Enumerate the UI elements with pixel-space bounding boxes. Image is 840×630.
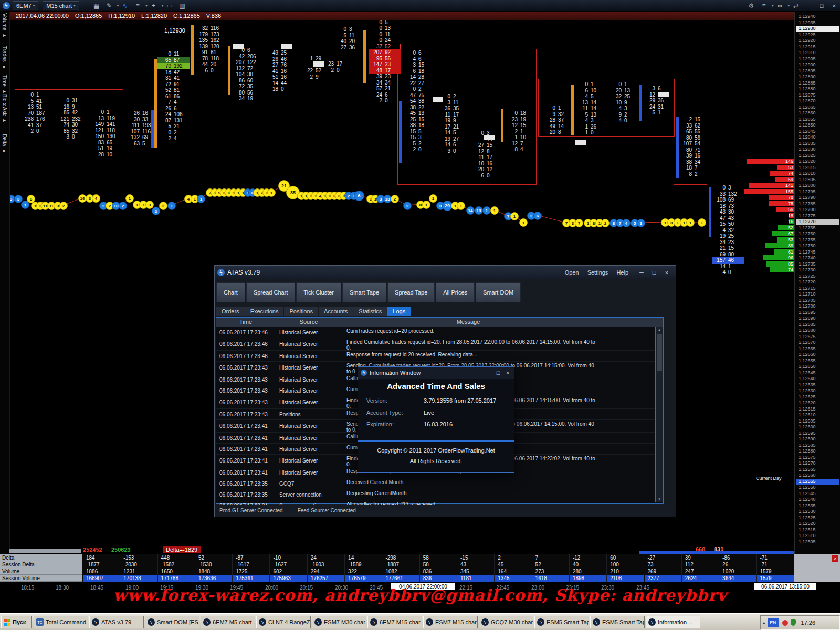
- subtab-positions[interactable]: Positions: [284, 307, 319, 316]
- tab-allprices[interactable]: All Prices: [436, 282, 475, 302]
- time-axis[interactable]: 18:1518:3018:4519:0019:1519:3019:4520:00…: [0, 582, 840, 594]
- tab-spreadtape[interactable]: Spread Tape: [387, 282, 435, 302]
- column-header-source[interactable]: Source: [275, 318, 342, 327]
- dialog-titlebar[interactable]: ϟ ATAS v3.79 Open Settings Help ─ □ ×: [215, 266, 676, 279]
- minimize-button[interactable]: ─: [485, 369, 493, 377]
- taskbar-item-1[interactable]: ϟATAS v3.79: [89, 616, 144, 628]
- minimize-button[interactable]: ─: [636, 268, 647, 277]
- cluster-ask-value: 0: [417, 146, 434, 153]
- cluster-row: 14: [470, 136, 502, 143]
- snapshot-icon[interactable]: ▭: [165, 1, 174, 10]
- cluster-bid-value: 0: [574, 81, 589, 88]
- tab-spreadchart[interactable]: Spread Chart: [246, 282, 295, 302]
- cluster-ask-value: 2: [452, 93, 469, 100]
- taskbar-item-8[interactable]: ϟGCQ7 M30 char...: [479, 616, 533, 628]
- tray-expand-icon[interactable]: ▴: [763, 620, 765, 625]
- add-icon[interactable]: +: [149, 1, 159, 10]
- timeframe-selector[interactable]: M15 chart ▾: [43, 1, 79, 10]
- scroll-up-icon[interactable]: ▴: [656, 327, 663, 333]
- cluster-row: 018: [504, 110, 536, 117]
- sync-arrows-icon[interactable]: ⇄: [791, 1, 801, 10]
- maximize-button[interactable]: □: [494, 369, 502, 377]
- menu-open[interactable]: Open: [565, 269, 579, 276]
- scrollbar-thumb[interactable]: [657, 334, 662, 371]
- sidebar-item-volume[interactable]: Volume ▸: [2, 13, 7, 38]
- cluster-bid-value: 132: [126, 134, 141, 141]
- security-shield-icon[interactable]: [791, 620, 796, 626]
- cluster-ask-value: 33: [141, 117, 158, 123]
- taskbar-item-10[interactable]: ϟESM5 Smart Tape: [590, 616, 645, 628]
- menu-settings[interactable]: Settings: [587, 269, 608, 276]
- log-subtabs: OrdersExecutionsPositionsAccountsStatist…: [216, 307, 411, 316]
- close-button[interactable]: ×: [828, 1, 840, 10]
- column-header-message[interactable]: Message: [342, 318, 594, 327]
- taskbar-item-0[interactable]: TCTotal Command...: [34, 616, 88, 628]
- notification-icon[interactable]: [782, 620, 788, 626]
- cluster-mode-icon[interactable]: ▥: [177, 1, 187, 10]
- instrument-selector[interactable]: 6EM7 ▾: [13, 1, 38, 10]
- stat-cell: 73: [645, 561, 682, 568]
- cluster-row: 1721: [437, 124, 469, 130]
- taskbar-item-7[interactable]: ϟESM7 M15 char...: [423, 616, 478, 628]
- subtab-accounts[interactable]: Accounts: [319, 307, 353, 316]
- cluster-bid-value: 22: [299, 68, 314, 74]
- menu-help[interactable]: Help: [616, 269, 628, 276]
- indicator-icon[interactable]: ∿: [120, 1, 130, 10]
- chevron-down-icon[interactable]: ▾: [162, 4, 164, 8]
- sidebar-item-bidxask[interactable]: Bid x Ask ▸: [2, 94, 7, 123]
- sidebar-item-time[interactable]: Time ▸: [2, 75, 7, 94]
- taskbar-item-5[interactable]: ϟESM7 M30 char...: [312, 616, 366, 628]
- taskbar-item-6[interactable]: ϟ6EM7 M15 char...: [368, 616, 422, 628]
- maximize-button[interactable]: □: [816, 1, 827, 10]
- sidebar-item-trades[interactable]: Trades ▸: [2, 46, 7, 69]
- window-list-icon[interactable]: ≡: [759, 1, 769, 10]
- price-tick: 1,12595: [799, 430, 816, 437]
- cluster-ask-value: 192: [172, 63, 190, 69]
- subtab-orders[interactable]: Orders: [216, 307, 245, 316]
- taskbar-item-4[interactable]: ϟCLN7 4 RangeZ...: [256, 616, 311, 628]
- panel-close-icon[interactable]: ×: [832, 555, 838, 562]
- subtab-executions[interactable]: Executions: [245, 307, 285, 316]
- chevron-down-icon[interactable]: ▾: [772, 4, 774, 8]
- taskbar-item-2[interactable]: ϟSmart DOM [ES...: [145, 616, 200, 628]
- cluster-bid-value: 34: [712, 239, 727, 246]
- cluster-row: 4513: [402, 110, 434, 117]
- link-icon[interactable]: ∞: [775, 1, 784, 10]
- drawing-tools-icon[interactable]: ✎: [104, 1, 114, 10]
- minimize-button[interactable]: ─: [803, 1, 815, 10]
- taskbar-item-3[interactable]: ϟ6EM7 M5 chart ...: [201, 616, 255, 628]
- cluster-bid-value: 78: [194, 56, 209, 62]
- scroll-down-icon[interactable]: ▾: [656, 496, 663, 502]
- subtab-statistics[interactable]: Statistics: [353, 307, 387, 316]
- chevron-down-icon[interactable]: ▾: [117, 4, 119, 8]
- tab-chart[interactable]: Chart: [216, 282, 245, 302]
- sidebar-item-delta[interactable]: Delta ▸: [2, 134, 7, 153]
- tab-smarttape[interactable]: Smart Tape: [342, 282, 386, 302]
- chart-type-icon[interactable]: ▦: [92, 1, 101, 10]
- taskbar-item-9[interactable]: ϟESM5 Smart Tape: [534, 616, 589, 628]
- start-button[interactable]: Пуск: [1, 616, 32, 628]
- price-tick: 1,12885: [799, 80, 816, 87]
- subtab-logs[interactable]: Logs: [387, 307, 411, 316]
- close-button[interactable]: ×: [503, 369, 512, 377]
- log-cell-message: Finded Cumulative trades request id=20. …: [346, 338, 597, 350]
- column-header-time[interactable]: Time: [216, 318, 275, 327]
- price-tick: 1,12815: [799, 165, 816, 171]
- cluster-row: 149141: [90, 121, 122, 128]
- chevron-down-icon[interactable]: ▾: [788, 4, 790, 8]
- cluster-bid-value: 157: [712, 257, 727, 264]
- language-indicator[interactable]: EN: [768, 618, 779, 627]
- scrollbar[interactable]: ▴ ▾: [655, 327, 663, 502]
- dialog-titlebar[interactable]: ϟ Information Window ─ □ ×: [358, 367, 514, 379]
- information-window[interactable]: ϟ Information Window ─ □ × Advanced Time…: [358, 366, 514, 473]
- maximize-button[interactable]: □: [648, 268, 660, 277]
- settings-wrench-icon[interactable]: ⚙: [747, 1, 756, 10]
- chevron-down-icon[interactable]: ▾: [145, 4, 148, 8]
- indicator-list-icon[interactable]: ≡: [133, 1, 142, 10]
- taskbar-item-11[interactable]: ϟInformation ...: [646, 616, 700, 628]
- price-scale[interactable]: 1,129401,129351,129301,129251,129201,129…: [794, 11, 840, 583]
- tab-tickcluster[interactable]: Tick Cluster: [296, 282, 341, 302]
- tab-smartdom[interactable]: Smart DOM: [476, 282, 521, 302]
- close-button[interactable]: ×: [661, 268, 673, 277]
- cluster-row: 127: [504, 141, 536, 147]
